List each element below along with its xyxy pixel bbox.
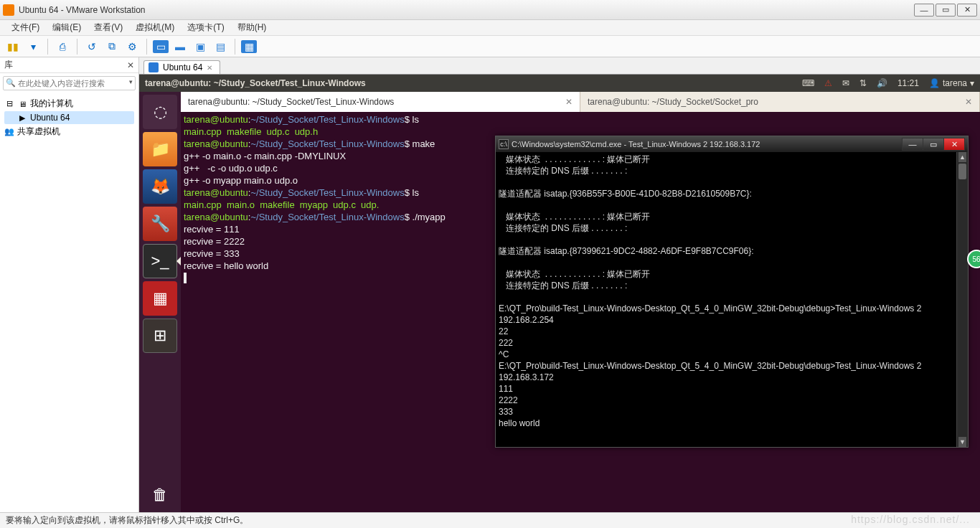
trash-icon[interactable]: 🗑 [143, 478, 177, 512]
cmd-icon: c:\ [499, 139, 509, 149]
dropdown-icon[interactable]: ▾ [24, 38, 42, 55]
terminal-tab-1-close-icon[interactable]: ✕ [565, 97, 573, 107]
separator [47, 39, 48, 55]
library-title: 库 [4, 59, 13, 71]
unity-launcher: ◌ 📁 🦊 🔧 >_ ▦ ⊞ 🗑 [139, 92, 181, 512]
computer-icon: 🖥 [17, 99, 27, 109]
menu-help[interactable]: 帮助(H) [232, 20, 273, 35]
vmware-icon [3, 4, 14, 16]
vm-tab-close-icon[interactable]: ✕ [207, 64, 212, 72]
terminal-icon[interactable]: >_ [143, 244, 177, 278]
separator [235, 39, 235, 55]
vm-tabbar: Ubuntu 64 ✕ [139, 57, 980, 75]
cmd-title-text: C:\Windows\system32\cmd.exe - Test_Linux… [512, 140, 760, 148]
shared-icon: 👥 [4, 127, 14, 137]
menu-file[interactable]: 文件(F) [6, 20, 45, 35]
terminal-tab-1-label: tarena@ubuntu: ~/Study_Socket/Test_Linux… [188, 97, 394, 107]
terminal-tab-1[interactable]: tarena@ubuntu: ~/Study_Socket/Test_Linux… [181, 92, 580, 112]
ubuntu-window-title: tarena@ubuntu: ~/Study_Socket/Test_Linux… [145, 78, 366, 88]
user-menu[interactable]: 👤 tarena ▾ [929, 78, 974, 88]
clock[interactable]: 11:21 [897, 78, 919, 88]
mail-icon[interactable]: ✉ [842, 78, 849, 88]
network-icon[interactable]: ⇅ [859, 78, 867, 88]
terminal-tab-2-label: tarena@ubuntu: ~/Study_Socket/Socket_pro [588, 97, 758, 107]
firefox-icon[interactable]: 🦊 [143, 169, 177, 204]
vm-tab-label: Ubuntu 64 [163, 62, 202, 72]
pause-icon[interactable]: ▮▮ [4, 38, 22, 55]
cmd-close-button[interactable]: ✕ [943, 138, 965, 151]
watermark: https://blog.csdn.net/... [851, 514, 970, 525]
separator [146, 39, 147, 55]
toolbar: ▮▮ ▾ ⎙ ↺ ⧉ ⚙ ▭ ▬ ▣ ▤ ▦ [0, 36, 980, 57]
ubuntu-topbar: tarena@ubuntu: ~/Study_Socket/Test_Linux… [139, 75, 980, 92]
library-search-input[interactable] [3, 76, 136, 90]
settings-tool-icon[interactable]: 🔧 [143, 207, 177, 241]
cmd-maximize-button[interactable]: ▭ [923, 138, 944, 151]
search-dropdown-icon[interactable]: ▾ [129, 78, 133, 85]
close-button[interactable]: ✕ [957, 4, 977, 16]
tree-shared-label: 共享虚拟机 [17, 126, 60, 138]
cmd-output: 媒体状态 . . . . . . . . . . . . : 媒体已断开 连接特… [499, 154, 924, 428]
keyboard-icon[interactable]: ⌨ [802, 78, 814, 88]
statusbar: 要将输入定向到该虚拟机，请将鼠标指针移入其中或按 Ctrl+G。 [0, 512, 980, 528]
tree-root-label: 我的计算机 [30, 98, 73, 110]
tree-vm-ubuntu[interactable]: ▶ Ubuntu 64 [4, 111, 134, 124]
tree-root[interactable]: ⊟ 🖥 我的计算机 [4, 96, 134, 111]
multi-mon-icon[interactable]: ▤ [212, 38, 229, 55]
settings-icon[interactable]: ⚙ [123, 38, 141, 55]
status-text: 要将输入定向到该虚拟机，请将鼠标指针移入其中或按 Ctrl+G。 [6, 514, 248, 527]
dash-icon[interactable]: ◌ [143, 95, 177, 129]
files-icon[interactable]: 📁 [143, 132, 177, 166]
thumbnail-icon[interactable]: ▦ [241, 40, 257, 53]
workspaces-red-icon[interactable]: ▦ [143, 281, 177, 316]
vm-icon: ▶ [17, 113, 27, 123]
fullscreen-icon[interactable]: ▭ [153, 40, 169, 53]
terminal-tab-2[interactable]: tarena@ubuntu: ~/Study_Socket/Socket_pro… [580, 92, 980, 112]
console-icon[interactable]: ▣ [192, 38, 209, 55]
scroll-down-icon[interactable]: ▼ [958, 437, 966, 447]
menu-view[interactable]: 查看(V) [88, 20, 128, 35]
maximize-button[interactable]: ▭ [936, 4, 956, 16]
vm-tab-icon [149, 62, 159, 72]
scroll-up-icon[interactable]: ▲ [958, 152, 966, 162]
separator [77, 39, 77, 55]
library-panel: 库 ✕ 🔍 ▾ ⊟ 🖥 我的计算机 ▶ Ubuntu 64 👥 共享虚拟机 [0, 57, 139, 512]
library-tree: ⊟ 🖥 我的计算机 ▶ Ubuntu 64 👥 共享虚拟机 [0, 93, 138, 142]
unity-icon[interactable]: ▬ [171, 38, 189, 55]
cmd-titlebar[interactable]: c:\ C:\Windows\system32\cmd.exe - Test_L… [496, 136, 968, 152]
menu-edit[interactable]: 编辑(E) [47, 20, 87, 35]
minimize-button[interactable]: — [914, 4, 934, 16]
app-title: Ubuntu 64 - VMware Workstation [19, 5, 914, 15]
tree-vm-label: Ubuntu 64 [30, 113, 70, 123]
menu-tabs[interactable]: 选项卡(T) [182, 20, 230, 35]
revert-icon[interactable]: ↺ [83, 38, 100, 55]
workspace-switcher-icon[interactable]: ⊞ [143, 319, 177, 353]
expand-icon[interactable]: ⊟ [4, 99, 14, 109]
app-titlebar: Ubuntu 64 - VMware Workstation — ▭ ✕ [0, 0, 980, 20]
cmd-scrollbar[interactable]: ▲ ▼ [956, 152, 968, 447]
cmd-minimize-button[interactable]: — [902, 138, 923, 151]
menu-vm[interactable]: 虚拟机(M) [130, 20, 180, 35]
menubar: 文件(F) 编辑(E) 查看(V) 虚拟机(M) 选项卡(T) 帮助(H) [0, 20, 980, 36]
cmd-body[interactable]: 媒体状态 . . . . . . . . . . . . : 媒体已断开 连接特… [496, 152, 968, 447]
snapshot-icon[interactable]: ⎙ [54, 38, 71, 55]
sound-icon[interactable]: 🔊 [877, 78, 887, 88]
tree-shared[interactable]: 👥 共享虚拟机 [4, 124, 134, 139]
search-icon: 🔍 [6, 78, 16, 88]
terminal-tab-2-close-icon[interactable]: ✕ [965, 97, 972, 107]
scroll-thumb[interactable] [958, 164, 966, 179]
vm-tab-ubuntu[interactable]: Ubuntu 64 ✕ [143, 60, 220, 74]
snapshot-mgr-icon[interactable]: ⧉ [103, 38, 121, 55]
warning-icon[interactable]: ⚠ [824, 78, 832, 88]
cmd-window[interactable]: c:\ C:\Windows\system32\cmd.exe - Test_L… [495, 136, 969, 448]
library-close-icon[interactable]: ✕ [127, 60, 134, 70]
